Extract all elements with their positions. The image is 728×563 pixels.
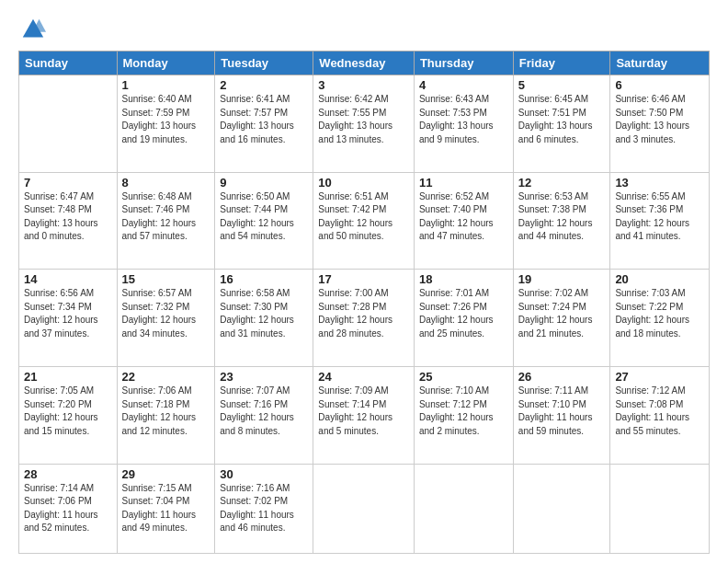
- day-number: 1: [122, 78, 210, 92]
- day-info: Sunrise: 6:56 AMSunset: 7:34 PMDaylight:…: [24, 287, 112, 340]
- day-number: 13: [615, 176, 704, 190]
- day-number: 3: [318, 78, 409, 92]
- day-info: Sunrise: 7:07 AMSunset: 7:16 PMDaylight:…: [220, 385, 308, 438]
- calendar-cell: 18Sunrise: 7:01 AMSunset: 7:26 PMDayligh…: [414, 270, 513, 367]
- day-info: Sunrise: 6:57 AMSunset: 7:32 PMDaylight:…: [122, 287, 210, 340]
- calendar-cell: 3Sunrise: 6:42 AMSunset: 7:55 PMDaylight…: [313, 75, 415, 173]
- calendar-cell: 13Sunrise: 6:55 AMSunset: 7:36 PMDayligh…: [610, 172, 710, 270]
- day-info: Sunrise: 6:52 AMSunset: 7:40 PMDaylight:…: [419, 190, 508, 244]
- day-info: Sunrise: 6:43 AMSunset: 7:53 PMDaylight:…: [419, 93, 508, 146]
- day-number: 5: [518, 78, 606, 92]
- calendar-cell: 24Sunrise: 7:09 AMSunset: 7:14 PMDayligh…: [313, 367, 415, 465]
- day-number: 8: [122, 176, 210, 190]
- day-info: Sunrise: 6:53 AMSunset: 7:38 PMDaylight:…: [518, 190, 606, 244]
- calendar-cell: 17Sunrise: 7:00 AMSunset: 7:28 PMDayligh…: [313, 270, 415, 367]
- day-number: 30: [220, 467, 308, 481]
- calendar-cell: 14Sunrise: 6:56 AMSunset: 7:34 PMDayligh…: [19, 270, 118, 367]
- calendar-header-row: SundayMondayTuesdayWednesdayThursdayFrid…: [19, 52, 710, 75]
- day-info: Sunrise: 6:58 AMSunset: 7:30 PMDaylight:…: [220, 287, 308, 340]
- day-info: Sunrise: 7:15 AMSunset: 7:04 PMDaylight:…: [122, 482, 210, 535]
- calendar-cell: 10Sunrise: 6:51 AMSunset: 7:42 PMDayligh…: [313, 172, 415, 270]
- day-header-thursday: Thursday: [414, 52, 513, 75]
- logo-icon: [20, 17, 46, 42]
- day-number: 18: [419, 272, 508, 286]
- day-number: 19: [518, 272, 606, 286]
- day-info: Sunrise: 7:05 AMSunset: 7:20 PMDaylight:…: [24, 385, 112, 438]
- day-number: 25: [419, 370, 508, 384]
- day-info: Sunrise: 7:01 AMSunset: 7:26 PMDaylight:…: [419, 287, 508, 340]
- day-number: 4: [419, 78, 508, 92]
- day-number: 14: [24, 272, 112, 286]
- day-number: 7: [24, 176, 112, 190]
- day-info: Sunrise: 6:40 AMSunset: 7:59 PMDaylight:…: [122, 93, 210, 146]
- logo: [18, 17, 46, 43]
- calendar-cell: [19, 75, 118, 173]
- header: [18, 17, 710, 43]
- day-info: Sunrise: 7:11 AMSunset: 7:10 PMDaylight:…: [518, 385, 606, 438]
- calendar-week-3: 21Sunrise: 7:05 AMSunset: 7:20 PMDayligh…: [19, 367, 710, 465]
- day-number: 11: [419, 176, 508, 190]
- day-number: 2: [220, 78, 308, 92]
- calendar-cell: 20Sunrise: 7:03 AMSunset: 7:22 PMDayligh…: [610, 270, 710, 367]
- calendar-cell: 11Sunrise: 6:52 AMSunset: 7:40 PMDayligh…: [414, 172, 513, 270]
- day-header-sunday: Sunday: [19, 52, 118, 75]
- day-info: Sunrise: 6:48 AMSunset: 7:46 PMDaylight:…: [122, 190, 210, 244]
- day-info: Sunrise: 7:09 AMSunset: 7:14 PMDaylight:…: [318, 385, 409, 438]
- day-info: Sunrise: 7:06 AMSunset: 7:18 PMDaylight:…: [122, 385, 210, 438]
- day-number: 10: [318, 176, 409, 190]
- calendar-cell: 6Sunrise: 6:46 AMSunset: 7:50 PMDaylight…: [610, 75, 710, 173]
- calendar-table: SundayMondayTuesdayWednesdayThursdayFrid…: [18, 51, 710, 554]
- day-header-friday: Friday: [513, 52, 610, 75]
- page: SundayMondayTuesdayWednesdayThursdayFrid…: [0, 0, 728, 563]
- calendar-cell: 2Sunrise: 6:41 AMSunset: 7:57 PMDaylight…: [215, 75, 313, 173]
- day-info: Sunrise: 7:12 AMSunset: 7:08 PMDaylight:…: [615, 385, 704, 438]
- day-number: 16: [220, 272, 308, 286]
- day-number: 6: [615, 78, 704, 92]
- day-info: Sunrise: 7:03 AMSunset: 7:22 PMDaylight:…: [615, 287, 704, 340]
- calendar-cell: 16Sunrise: 6:58 AMSunset: 7:30 PMDayligh…: [215, 270, 313, 367]
- day-info: Sunrise: 6:41 AMSunset: 7:57 PMDaylight:…: [220, 93, 308, 146]
- calendar-cell: 30Sunrise: 7:16 AMSunset: 7:02 PMDayligh…: [215, 464, 313, 553]
- calendar-week-4: 28Sunrise: 7:14 AMSunset: 7:06 PMDayligh…: [19, 464, 710, 553]
- day-number: 26: [518, 370, 606, 384]
- calendar-cell: 12Sunrise: 6:53 AMSunset: 7:38 PMDayligh…: [513, 172, 610, 270]
- calendar-cell: 26Sunrise: 7:11 AMSunset: 7:10 PMDayligh…: [513, 367, 610, 465]
- day-number: 27: [615, 370, 704, 384]
- day-info: Sunrise: 7:02 AMSunset: 7:24 PMDaylight:…: [518, 287, 606, 340]
- calendar-cell: [513, 464, 610, 553]
- day-number: 24: [318, 370, 409, 384]
- calendar-cell: 4Sunrise: 6:43 AMSunset: 7:53 PMDaylight…: [414, 75, 513, 173]
- day-number: 17: [318, 272, 409, 286]
- day-number: 21: [24, 370, 112, 384]
- calendar-cell: 1Sunrise: 6:40 AMSunset: 7:59 PMDaylight…: [117, 75, 215, 173]
- calendar-cell: 22Sunrise: 7:06 AMSunset: 7:18 PMDayligh…: [117, 367, 215, 465]
- calendar-week-0: 1Sunrise: 6:40 AMSunset: 7:59 PMDaylight…: [19, 75, 710, 173]
- day-number: 28: [24, 467, 112, 481]
- day-header-saturday: Saturday: [610, 52, 710, 75]
- calendar-cell: 19Sunrise: 7:02 AMSunset: 7:24 PMDayligh…: [513, 270, 610, 367]
- calendar-cell: [610, 464, 710, 553]
- day-info: Sunrise: 6:47 AMSunset: 7:48 PMDaylight:…: [24, 190, 112, 244]
- calendar-cell: 21Sunrise: 7:05 AMSunset: 7:20 PMDayligh…: [19, 367, 118, 465]
- calendar-cell: [313, 464, 415, 553]
- day-number: 12: [518, 176, 606, 190]
- calendar-cell: 23Sunrise: 7:07 AMSunset: 7:16 PMDayligh…: [215, 367, 313, 465]
- calendar-cell: [414, 464, 513, 553]
- day-header-tuesday: Tuesday: [215, 52, 313, 75]
- day-info: Sunrise: 7:10 AMSunset: 7:12 PMDaylight:…: [419, 385, 508, 438]
- day-number: 22: [122, 370, 210, 384]
- day-info: Sunrise: 7:00 AMSunset: 7:28 PMDaylight:…: [318, 287, 409, 340]
- calendar-week-1: 7Sunrise: 6:47 AMSunset: 7:48 PMDaylight…: [19, 172, 710, 270]
- day-info: Sunrise: 6:51 AMSunset: 7:42 PMDaylight:…: [318, 190, 409, 244]
- calendar-cell: 5Sunrise: 6:45 AMSunset: 7:51 PMDaylight…: [513, 75, 610, 173]
- day-number: 20: [615, 272, 704, 286]
- calendar-cell: 27Sunrise: 7:12 AMSunset: 7:08 PMDayligh…: [610, 367, 710, 465]
- day-info: Sunrise: 6:45 AMSunset: 7:51 PMDaylight:…: [518, 93, 606, 146]
- day-header-monday: Monday: [117, 52, 215, 75]
- calendar-cell: 15Sunrise: 6:57 AMSunset: 7:32 PMDayligh…: [117, 270, 215, 367]
- day-info: Sunrise: 7:14 AMSunset: 7:06 PMDaylight:…: [24, 482, 112, 535]
- calendar-cell: 29Sunrise: 7:15 AMSunset: 7:04 PMDayligh…: [117, 464, 215, 553]
- day-number: 15: [122, 272, 210, 286]
- day-info: Sunrise: 6:50 AMSunset: 7:44 PMDaylight:…: [220, 190, 308, 244]
- day-number: 23: [220, 370, 308, 384]
